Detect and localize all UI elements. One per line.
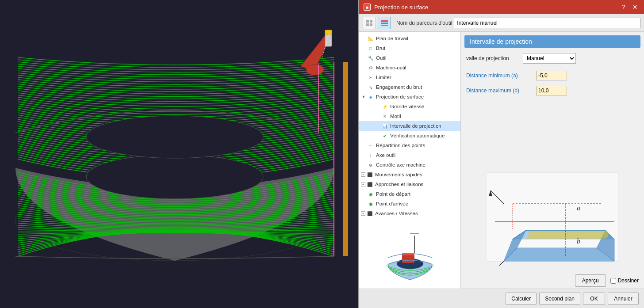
svg-rect-12 <box>366 20 369 23</box>
expand-spacer <box>375 104 380 109</box>
point-arrivee-icon: ◉ <box>367 200 374 207</box>
expand-spacer <box>361 36 366 41</box>
tree-item-mouvements-rapides[interactable]: + ⬛ Mouvements rapides <box>359 170 460 179</box>
expand-spacer <box>375 123 380 129</box>
tree-item-axe-outil[interactable]: ↕ Axe outil <box>359 150 460 160</box>
preview-area: a b <box>461 161 644 273</box>
tree-item-point-arrivee[interactable]: ◉ Point d'arrivée <box>359 199 460 209</box>
tree-item-approches[interactable]: + ⬛ Approches et liaisons <box>359 179 460 189</box>
tree-item-point-depart[interactable]: ◉ Point de départ <box>359 189 460 199</box>
dist-min-input[interactable] <box>536 71 567 80</box>
form-row-interval: valle de projection Manuel Automatique <box>466 53 639 64</box>
avances-icon: ⬛ <box>366 210 373 217</box>
expand-spacer <box>361 162 366 167</box>
apercu-button[interactable]: Aperçu <box>575 274 606 287</box>
limiter-icon: ✂ <box>367 74 374 81</box>
tree-item-motif[interactable]: ✕ Motif <box>359 111 460 121</box>
tree-label: Point d'arrivée <box>376 201 408 206</box>
second-plan-button[interactable]: Second plan <box>539 293 580 305</box>
dessiner-checkbox[interactable] <box>610 278 616 284</box>
outil-icon: 🔧 <box>367 54 374 61</box>
projection-surface-dialog: ■ Projection de surface ? ✕ Nom du parco… <box>358 0 644 308</box>
tree-item-avances-vitesses[interactable]: + ⬛ Avances / Vitesses <box>359 209 460 218</box>
expand-spacer <box>361 143 366 148</box>
dialog-title-buttons: ? ✕ <box>619 3 640 11</box>
annuler-button[interactable]: Annuler <box>608 293 639 305</box>
tree-item-brut[interactable]: □ Brut <box>359 43 460 53</box>
motif-icon: ✕ <box>381 113 388 120</box>
dist-max-link[interactable]: Distance maximum (b) <box>466 87 533 94</box>
viewport-3d <box>0 0 358 308</box>
toolbar-icon-btn-1[interactable] <box>363 17 376 29</box>
tree-label: Avances / Vitesses <box>375 211 418 216</box>
expand-avances[interactable]: + <box>361 211 365 216</box>
tree-label: Vérification automatique <box>390 133 445 138</box>
mouvements-icon: ⬛ <box>366 171 373 178</box>
machine-outil-icon: ⚙ <box>367 64 374 71</box>
verification-icon: ✔ <box>381 132 388 139</box>
tree-item-limiter[interactable]: ✂ Limiter <box>359 72 460 82</box>
svg-point-2 <box>86 155 263 199</box>
interval-label: valle de projection <box>466 55 519 61</box>
tree-item-controle-axe[interactable]: ⊛ Contrôle axe machine <box>359 160 460 170</box>
tree-label: Motif <box>390 114 401 119</box>
interval-dropdown[interactable]: Manuel Automatique <box>523 53 576 64</box>
expand-spacer <box>361 191 366 197</box>
projection-surface-icon: ◈ <box>367 93 374 100</box>
dessiner-label[interactable]: Dessiner <box>610 278 639 284</box>
svg-text:b: b <box>577 237 580 245</box>
help-button[interactable]: ? <box>619 3 628 11</box>
apercu-row: Aperçu Dessiner <box>461 273 644 289</box>
tree-label: Engagement du brut <box>376 84 422 90</box>
tree-label: Point de départ <box>376 191 410 197</box>
expand-approches[interactable]: + <box>361 182 365 186</box>
tree-label: Limiter <box>376 75 391 80</box>
dialog-title-icon: ■ <box>364 4 371 11</box>
dialog-footer: Calculer Second plan OK Annuler <box>359 289 644 308</box>
dist-min-link[interactable]: Distance minimum (a) <box>466 72 533 79</box>
dialog-content: 📐 Plan de travail □ Brut 🔧 Outil ⚙ Mac <box>359 32 644 289</box>
tree-label: Brut <box>376 46 385 51</box>
repartition-icon: ⋯ <box>367 142 374 149</box>
tree-label: Contrôle axe machine <box>376 162 426 167</box>
right-panel: Intervalle de projection valle de projec… <box>461 32 644 289</box>
tree-item-repartition[interactable]: ⋯ Répartition des points <box>359 141 460 150</box>
dialog-titlebar: ■ Projection de surface ? ✕ <box>359 0 644 14</box>
close-button[interactable]: ✕ <box>631 3 640 11</box>
dessiner-text: Dessiner <box>618 278 639 284</box>
controle-axe-icon: ⊛ <box>367 161 374 168</box>
engagement-icon: ↘ <box>367 84 374 91</box>
tree-item-plan-travail[interactable]: 📐 Plan de travail <box>359 34 460 43</box>
section-header: Intervalle de projection <box>464 35 640 48</box>
intervalle-projection-icon: 📊 <box>381 122 388 129</box>
toolpath-name-input[interactable] <box>454 18 640 28</box>
expand-mouvements[interactable]: + <box>361 172 365 177</box>
dist-max-input[interactable] <box>536 86 567 95</box>
tree-item-outil[interactable]: 🔧 Outil <box>359 53 460 63</box>
tree-item-grande-vitesse[interactable]: ⚡ Grande vitesse <box>359 102 460 111</box>
tree-label: Axe outil <box>376 152 395 158</box>
expand-spacer <box>361 152 366 158</box>
calculer-button[interactable]: Calculer <box>506 293 537 305</box>
tree-item-engagement[interactable]: ↘ Engagement du brut <box>359 82 460 92</box>
toolbar-icon-btn-2[interactable] <box>378 17 391 29</box>
tree-label: Répartition des points <box>376 143 425 148</box>
tree-item-projection-surface[interactable]: ▼ ◈ Projection de surface <box>359 92 460 102</box>
expand-spacer <box>361 84 366 90</box>
tree-label: Machine-outil <box>376 65 406 70</box>
tree-item-verification[interactable]: ✔ Vérification automatique <box>359 131 460 141</box>
dialog-title-text: Projection de surface <box>374 4 428 11</box>
tree-item-machine-outil[interactable]: ⚙ Machine-outil <box>359 63 460 72</box>
collapse-icon: ▼ <box>361 94 366 99</box>
axe-outil-icon: ↕ <box>367 152 374 159</box>
ok-button[interactable]: OK <box>583 293 605 305</box>
expand-spacer <box>361 46 366 51</box>
plan-travail-icon: 📐 <box>367 35 374 42</box>
expand-spacer <box>361 201 366 206</box>
tree-label: Mouvements rapides <box>375 172 422 177</box>
svg-marker-26 <box>504 248 614 261</box>
tree-label: Intervalle de projection <box>390 123 441 129</box>
point-depart-icon: ◉ <box>367 190 374 198</box>
tree-item-intervalle-projection[interactable]: 📊 Intervalle de projection <box>359 121 460 131</box>
tree-label: Grande vitesse <box>390 104 424 109</box>
